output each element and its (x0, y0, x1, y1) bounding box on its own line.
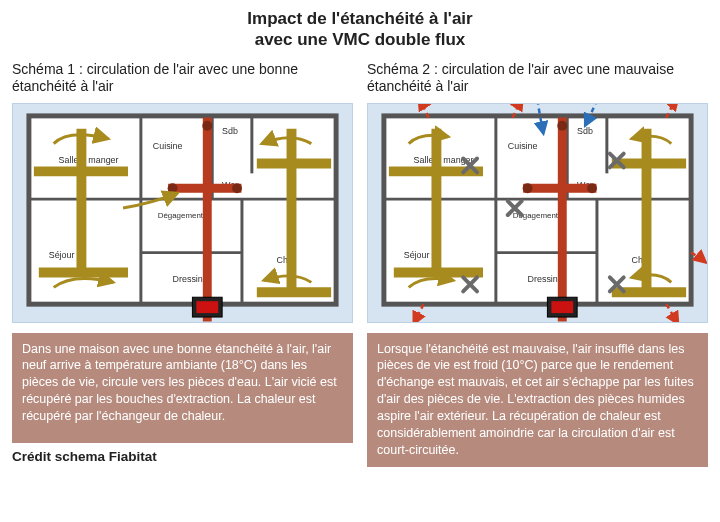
extract-inlet-icon (587, 183, 597, 193)
room-cuisine: Cuisine (153, 140, 183, 150)
room-cuisine: Cuisine (508, 140, 538, 150)
subtitle-good: Schéma 1 : circulation de l'air avec une… (12, 61, 353, 97)
room-sejour: Séjour (49, 249, 75, 259)
column-good: Schéma 1 : circulation de l'air avec une… (12, 61, 353, 467)
subtitle-bad: Schéma 2 : circulation de l'air avec une… (367, 61, 708, 97)
column-bad: Schéma 2 : circulation de l'air avec une… (367, 61, 708, 467)
room-dressing: Dressing (528, 274, 563, 284)
title-line-2: avec une VMC double flux (255, 30, 466, 49)
extract-inlet-icon (202, 120, 212, 130)
extract-inlet-icon (232, 183, 242, 193)
room-sejour: Séjour (404, 249, 430, 259)
floorplan-good: Salle à manger Cuisine Sdb Wc Dégagement… (12, 103, 353, 323)
credit: Crédit schema Fiabitat (12, 449, 353, 464)
room-degagement: Dégagement (158, 210, 204, 219)
page-title: Impact de l'étanchéité à l'air avec une … (12, 8, 708, 51)
room-sdb: Sdb (577, 125, 593, 135)
columns: Schéma 1 : circulation de l'air avec une… (12, 61, 708, 467)
room-sdb: Sdb (222, 125, 238, 135)
title-line-1: Impact de l'étanchéité à l'air (247, 9, 472, 28)
svg-rect-8 (196, 301, 218, 313)
extract-inlet-icon (523, 183, 533, 193)
caption-good: Dans une maison avec une bonne étanchéit… (12, 333, 353, 443)
extract-inlet-icon (168, 183, 178, 193)
floorplan-bad: Salle à manger Cuisine Sdb Wc Dégagement… (367, 103, 708, 323)
room-salle-a-manger: Salle à manger (59, 155, 119, 165)
caption-bad: Lorsque l'étanchéité est mauvaise, l'air… (367, 333, 708, 467)
room-dressing: Dressing (173, 274, 208, 284)
svg-rect-17 (551, 301, 573, 313)
extract-inlet-icon (557, 120, 567, 130)
